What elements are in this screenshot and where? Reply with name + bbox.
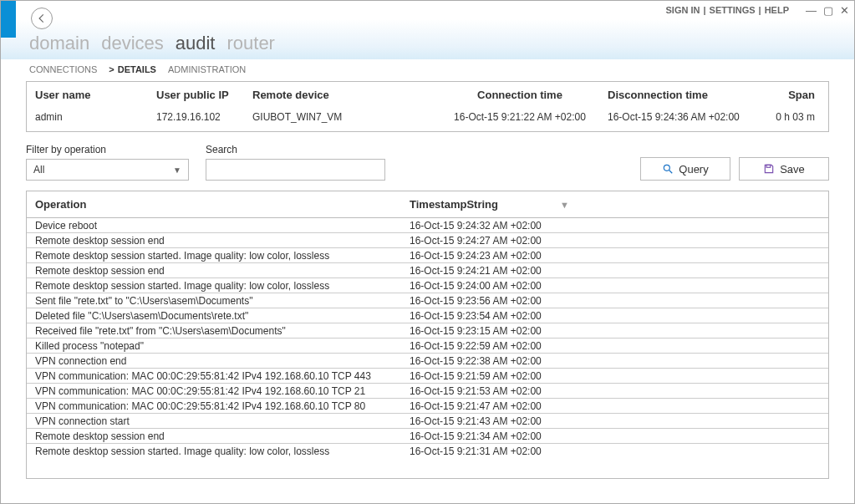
cell-operation: Remote desktop session started. Image qu…	[27, 278, 401, 293]
sub-nav: CONNECTIONS > DETAILS ADMINISTRATION	[1, 59, 854, 81]
breadcrumb-caret: >	[109, 64, 114, 74]
save-icon	[763, 163, 775, 175]
table-row[interactable]: Remote desktop session end16-Oct-15 9:21…	[27, 429, 828, 444]
maximize-button[interactable]: ▢	[823, 4, 833, 17]
filter-operation-value: All	[33, 164, 44, 176]
table-row[interactable]: Remote desktop session started. Image qu…	[27, 278, 828, 293]
cell-timestamp: 16-Oct-15 9:21:43 AM +02:00	[401, 414, 828, 428]
cell-timestamp: 16-Oct-15 9:21:34 AM +02:00	[401, 429, 828, 443]
table-row[interactable]: VPN connection end16-Oct-15 9:22:38 AM +…	[27, 354, 828, 369]
cell-timestamp: 16-Oct-15 9:23:15 AM +02:00	[401, 323, 828, 338]
svg-line-1	[669, 171, 673, 174]
table-row[interactable]: Received file "rete.txt" from "C:\Users\…	[27, 323, 828, 339]
cell-timestamp: 16-Oct-15 9:24:00 AM +02:00	[401, 278, 828, 293]
grid-header-operation[interactable]: Operation	[27, 191, 401, 217]
cell-timestamp: 16-Oct-15 9:23:56 AM +02:00	[401, 293, 828, 308]
cell-timestamp: 16-Oct-15 9:22:59 AM +02:00	[401, 339, 828, 353]
cell-operation: Killed process "notepad"	[27, 339, 401, 353]
filter-operation-label: Filter by operation	[26, 144, 189, 155]
main-nav: domain devices audit router	[29, 33, 275, 54]
nav-audit[interactable]: audit	[176, 33, 216, 54]
filter-operation-select[interactable]: All ▼	[26, 159, 189, 181]
svg-point-0	[664, 165, 670, 171]
grid-header-timestamp[interactable]: TimestampString ▼	[401, 191, 828, 217]
table-row[interactable]: Device reboot16-Oct-15 9:24:32 AM +02:00	[27, 218, 828, 233]
table-row[interactable]: VPN communication: MAC 00:0C:29:55:81:42…	[27, 384, 828, 399]
table-row[interactable]: VPN communication: MAC 00:0C:29:55:81:42…	[27, 369, 828, 384]
col-header-device: Remote device	[244, 82, 440, 106]
cell-operation: VPN communication: MAC 00:0C:29:55:81:42…	[27, 399, 401, 413]
chevron-down-icon: ▼	[173, 165, 181, 175]
cell-operation: Remote desktop session started. Image qu…	[27, 444, 401, 458]
save-button[interactable]: Save	[739, 157, 829, 181]
cell-timestamp: 16-Oct-15 9:24:21 AM +02:00	[401, 263, 828, 277]
cell-operation: Remote desktop session end	[27, 429, 401, 443]
cell-operation: Deleted file "C:\Users\asem\Documents\re…	[27, 308, 401, 323]
close-button[interactable]: ✕	[840, 4, 849, 17]
header-band: domain devices audit router	[1, 19, 854, 59]
col-header-disc: Disconnection time	[599, 82, 758, 106]
table-row[interactable]: Killed process "notepad"16-Oct-15 9:22:5…	[27, 339, 828, 354]
cell-timestamp: 16-Oct-15 9:24:27 AM +02:00	[401, 233, 828, 247]
save-button-label: Save	[780, 163, 805, 176]
subnav-details[interactable]: DETAILS	[118, 64, 156, 74]
summary-table: User name User public IP Remote device C…	[26, 81, 829, 132]
signin-link[interactable]: SIGN IN	[666, 5, 700, 15]
cell-timestamp: 16-Oct-15 9:23:54 AM +02:00	[401, 308, 828, 323]
query-button-label: Query	[679, 163, 708, 176]
nav-router[interactable]: router	[226, 33, 274, 54]
settings-link[interactable]: SETTINGS	[710, 5, 756, 15]
col-header-ip: User public IP	[148, 82, 244, 106]
cell-operation: Device reboot	[27, 218, 401, 232]
grid-footer-space	[27, 458, 828, 478]
cell-operation: Remote desktop session end	[27, 233, 401, 247]
summary-span: 0 h 03 m	[758, 106, 828, 131]
cell-operation: VPN communication: MAC 00:0C:29:55:81:42…	[27, 369, 401, 383]
cell-timestamp: 16-Oct-15 9:22:38 AM +02:00	[401, 354, 828, 368]
table-row[interactable]: Remote desktop session started. Image qu…	[27, 444, 828, 458]
help-link[interactable]: HELP	[765, 5, 789, 15]
audit-grid: Operation TimestampString ▼ Device reboo…	[26, 191, 829, 479]
cell-operation: VPN connection start	[27, 414, 401, 428]
title-bar: SIGN IN | SETTINGS | HELP — ▢ ✕	[1, 1, 854, 19]
cell-operation: Remote desktop session end	[27, 263, 401, 277]
table-row[interactable]: Remote desktop session end16-Oct-15 9:24…	[27, 233, 828, 248]
search-icon	[662, 163, 674, 175]
cell-operation: VPN connection end	[27, 354, 401, 368]
table-row[interactable]: Sent file "rete.txt" to "C:\Users\asem\D…	[27, 293, 828, 308]
subnav-administration[interactable]: ADMINISTRATION	[168, 64, 246, 74]
svg-rect-2	[766, 165, 771, 167]
summary-device: GIUBOT_WIN7_VM	[244, 106, 440, 131]
table-row[interactable]: VPN communication: MAC 00:0C:29:55:81:42…	[27, 399, 828, 414]
col-header-span: Span	[758, 82, 828, 106]
col-header-user: User name	[27, 82, 148, 106]
cell-operation: Received file "rete.txt" from "C:\Users\…	[27, 323, 401, 338]
cell-timestamp: 16-Oct-15 9:21:31 AM +02:00	[401, 444, 828, 458]
search-input[interactable]	[206, 159, 385, 181]
table-row[interactable]: Remote desktop session started. Image qu…	[27, 248, 828, 263]
filter-bar: Filter by operation All ▼ Search Query S…	[26, 144, 829, 181]
cell-operation: Sent file "rete.txt" to "C:\Users\asem\D…	[27, 293, 401, 308]
summary-ip: 172.19.16.102	[148, 106, 244, 131]
back-button[interactable]	[31, 8, 53, 29]
query-button[interactable]: Query	[640, 157, 730, 181]
table-row[interactable]: Remote desktop session end16-Oct-15 9:24…	[27, 263, 828, 278]
table-row[interactable]: VPN connection start16-Oct-15 9:21:43 AM…	[27, 414, 828, 429]
col-header-conn: Connection time	[440, 82, 599, 106]
subnav-connections[interactable]: CONNECTIONS	[29, 64, 97, 74]
cell-timestamp: 16-Oct-15 9:24:23 AM +02:00	[401, 248, 828, 262]
cell-operation: Remote desktop session started. Image qu…	[27, 248, 401, 262]
cell-operation: VPN communication: MAC 00:0C:29:55:81:42…	[27, 384, 401, 398]
summary-row: admin 172.19.16.102 GIUBOT_WIN7_VM 16-Oc…	[27, 106, 828, 131]
cell-timestamp: 16-Oct-15 9:21:59 AM +02:00	[401, 369, 828, 383]
accent-tab	[1, 1, 16, 38]
minimize-button[interactable]: —	[806, 4, 817, 17]
nav-domain[interactable]: domain	[29, 33, 89, 54]
summary-disc: 16-Oct-15 9:24:36 AM +02:00	[599, 106, 758, 131]
cell-timestamp: 16-Oct-15 9:21:53 AM +02:00	[401, 384, 828, 398]
nav-devices[interactable]: devices	[101, 33, 164, 54]
table-row[interactable]: Deleted file "C:\Users\asem\Documents\re…	[27, 308, 828, 323]
summary-user: admin	[27, 106, 148, 131]
sort-desc-icon: ▼	[560, 200, 569, 210]
search-label: Search	[206, 144, 385, 155]
